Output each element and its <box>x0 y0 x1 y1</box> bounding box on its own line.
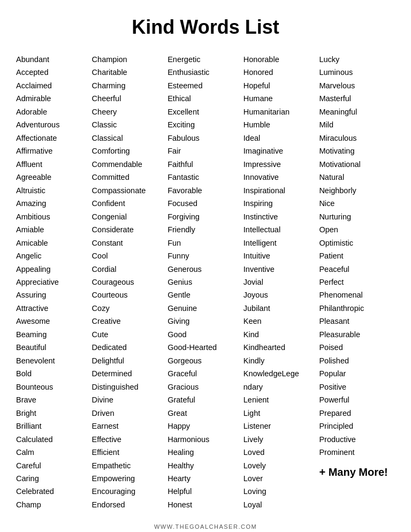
list-item: Benevolent <box>16 355 92 367</box>
list-item: Impressive <box>243 158 319 170</box>
list-item: Innovative <box>243 171 319 183</box>
list-item: Fair <box>168 145 243 157</box>
list-item: Hearty <box>168 473 243 484</box>
list-item: Charming <box>92 80 168 92</box>
list-item: Listener <box>243 420 319 432</box>
list-item: Good <box>168 329 243 340</box>
list-item: Imaginative <box>243 145 319 157</box>
list-item: Powerful <box>319 394 395 406</box>
column-4: HonorableHonoredHopefulHumaneHumanitaria… <box>243 54 319 511</box>
list-item: Divine <box>92 394 168 406</box>
list-item: Abundant <box>16 54 92 65</box>
list-item: Lovely <box>243 460 319 472</box>
list-item: Champion <box>92 54 168 65</box>
column-2: ChampionCharitableCharmingCheerfulCheery… <box>92 54 168 511</box>
list-item: Focused <box>168 197 243 209</box>
list-item: Distinguished <box>92 381 168 393</box>
list-item: Affirmative <box>16 145 92 157</box>
list-item: Appealing <box>16 263 92 275</box>
list-item: Amiable <box>16 224 92 235</box>
list-item: Generous <box>168 263 243 275</box>
list-item: Caring <box>16 473 92 484</box>
list-item: Perfect <box>319 276 395 288</box>
list-item: Marvelous <box>319 80 395 92</box>
list-item: Bounteous <box>16 381 92 393</box>
list-item: Giving <box>168 315 243 327</box>
list-item: Positive <box>319 381 395 393</box>
list-item: Ambitious <box>16 211 92 223</box>
list-item: Great <box>168 407 243 419</box>
list-item: Kindhearted <box>243 341 319 353</box>
list-item: Acclaimed <box>16 80 92 92</box>
list-item: Friendly <box>168 224 243 235</box>
list-item: Cozy <box>92 302 168 314</box>
list-item: Jubilant <box>243 302 319 314</box>
list-item: Gracious <box>168 381 243 393</box>
list-item: Angelic <box>16 250 92 262</box>
list-item: Harmonious <box>168 434 243 445</box>
word-grid: AbundantAcceptedAcclaimedAdmirableAdorab… <box>16 54 395 511</box>
list-item: Exciting <box>168 119 243 131</box>
list-item: Beaming <box>16 329 92 340</box>
list-item: Driven <box>92 407 168 419</box>
list-item: Gentle <box>168 289 243 301</box>
list-item: Inspiring <box>243 197 319 209</box>
list-item: Affectionate <box>16 132 92 144</box>
list-item: Charitable <box>92 66 168 78</box>
list-item: Nurturing <box>319 211 395 223</box>
list-item: Efficient <box>92 446 168 458</box>
list-item: Celebrated <box>16 485 92 497</box>
list-item: Optimistic <box>319 237 395 249</box>
list-item: Endorsed <box>92 499 168 511</box>
list-item: Delightful <box>92 355 168 367</box>
list-item: Adventurous <box>16 119 92 131</box>
list-item: Motivational <box>319 158 395 170</box>
list-item: Calculated <box>16 434 92 445</box>
list-item: Loving <box>243 485 319 497</box>
list-item: Attractive <box>16 302 92 314</box>
list-item: Gorgeous <box>168 355 243 367</box>
list-item: Constant <box>92 237 168 249</box>
list-item: Pleasant <box>319 315 395 327</box>
list-item: Masterful <box>319 93 395 104</box>
list-item: Hopeful <box>243 80 319 92</box>
list-item: Nice <box>319 197 395 209</box>
list-item: Energetic <box>168 54 243 65</box>
list-item: Brave <box>16 394 92 406</box>
list-item: Intellectual <box>243 224 319 235</box>
list-item: Productive <box>319 434 395 445</box>
list-item: Creative <box>92 315 168 327</box>
list-item: Loyal <box>243 499 319 511</box>
list-item: Keen <box>243 315 319 327</box>
list-item: Motivating <box>319 145 395 157</box>
list-item: Assuring <box>16 289 92 301</box>
list-item: Fantastic <box>168 171 243 183</box>
list-item: Joyous <box>243 289 319 301</box>
list-item: Intelligent <box>243 237 319 249</box>
list-item: Humble <box>243 119 319 131</box>
list-item: Helpful <box>168 485 243 497</box>
list-item: Principled <box>319 420 395 432</box>
list-item: ndary <box>243 381 319 393</box>
list-item: Healing <box>168 446 243 458</box>
list-item: Empowering <box>92 473 168 484</box>
list-item: Prominent <box>319 446 395 458</box>
list-item: Champ <box>16 499 92 511</box>
list-item: Natural <box>319 171 395 183</box>
list-item: Mild <box>319 119 395 131</box>
list-item: Philanthropic <box>319 302 395 314</box>
list-item: Graceful <box>168 368 243 379</box>
list-item: Cordial <box>92 263 168 275</box>
list-item: Honorable <box>243 54 319 65</box>
page-title: Kind Words List <box>16 16 395 39</box>
list-item: Affluent <box>16 158 92 170</box>
list-item: Confident <box>92 197 168 209</box>
list-item: Cool <box>92 250 168 262</box>
list-item: Fun <box>168 237 243 249</box>
list-item: Healthy <box>168 460 243 472</box>
list-item: Instinctive <box>243 211 319 223</box>
list-item: Agreeable <box>16 171 92 183</box>
list-item: Classic <box>92 119 168 131</box>
list-item: Dedicated <box>92 341 168 353</box>
list-item: Empathetic <box>92 460 168 472</box>
